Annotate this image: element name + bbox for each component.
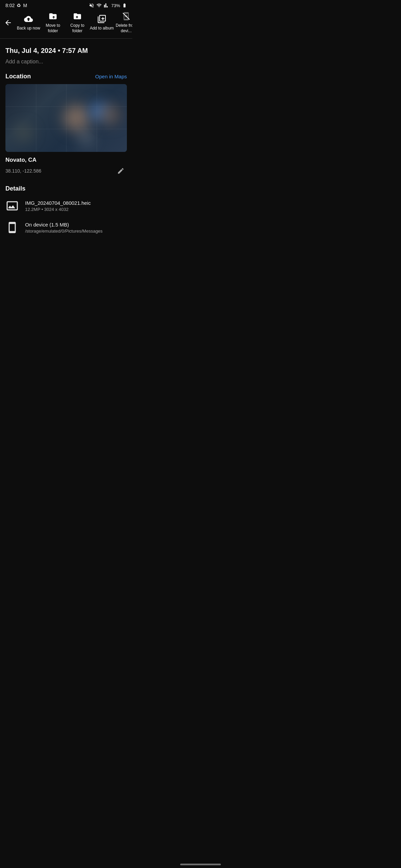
file-detail-info: IMG_20240704_080021.heic 12.2MP • 3024 x… [25, 200, 91, 212]
add-to-album-button[interactable]: Add to album [90, 14, 114, 31]
map-feature-5 [79, 132, 93, 145]
file-specs: 12.2MP • 3024 x 4032 [25, 207, 91, 212]
backup-now-button[interactable]: Back up now [16, 14, 41, 31]
add-to-album-label: Add to album [90, 26, 114, 31]
open-in-maps-button[interactable]: Open in Maps [95, 74, 127, 79]
delete-device-icon [121, 12, 131, 21]
signal-bars-icon [104, 3, 109, 8]
location-header: Location Open in Maps [5, 73, 127, 80]
toolbar: Back up now Move to folder Copy to folde… [0, 9, 132, 37]
edit-location-button[interactable] [115, 165, 127, 177]
move-folder-icon [48, 12, 58, 21]
delete-device-button[interactable]: Delete from devi... [114, 12, 132, 34]
image-file-icon [5, 199, 19, 213]
back-button[interactable] [0, 16, 16, 29]
location-coords-row: 38.110, -122.586 [5, 165, 127, 177]
delete-device-label: Delete from devi... [114, 23, 132, 34]
wifi-icon: ♻ [17, 3, 21, 8]
details-section-title: Details [5, 185, 127, 192]
status-time: 8:02 [5, 3, 15, 8]
backup-icon [24, 14, 33, 24]
location-coordinates: 38.110, -122.586 [5, 168, 41, 174]
map-background [5, 84, 127, 152]
map-feature-3 [100, 104, 120, 125]
mute-icon [89, 3, 94, 8]
move-to-folder-button[interactable]: Move to folder [41, 12, 65, 34]
battery-icon [122, 3, 127, 8]
status-right: 73% [89, 3, 127, 8]
copy-folder-icon [73, 12, 82, 21]
device-detail-info: On device (1.5 MB) /storage/emulated/0/P… [25, 222, 102, 234]
status-bar: 8:02 ♻ M 73% [0, 0, 132, 9]
battery-text: 73% [111, 3, 120, 8]
gmail-icon: M [23, 3, 27, 8]
location-section-title: Location [5, 73, 31, 80]
map-grid-line [36, 84, 36, 152]
wifi-signal-icon [96, 3, 102, 8]
move-to-folder-label: Move to folder [41, 23, 65, 34]
location-map[interactable] [5, 84, 127, 152]
status-left: 8:02 ♻ M [5, 3, 27, 8]
map-feature-1 [63, 104, 90, 132]
map-feature-4 [16, 125, 33, 142]
file-detail-item: IMG_20240704_080021.heic 12.2MP • 3024 x… [5, 199, 127, 213]
toolbar-actions: Back up now Move to folder Copy to folde… [16, 12, 132, 34]
photo-datetime: Thu, Jul 4, 2024 • 7:57 AM [5, 47, 127, 55]
backup-now-label: Back up now [17, 26, 40, 31]
file-name: IMG_20240704_080021.heic [25, 200, 91, 206]
device-storage-label: On device (1.5 MB) [25, 222, 102, 228]
copy-to-folder-button[interactable]: Copy to folder [65, 12, 90, 34]
add-album-icon [97, 14, 107, 24]
device-detail-item: On device (1.5 MB) /storage/emulated/0/P… [5, 221, 127, 234]
location-name: Novato, CA [5, 157, 127, 163]
caption-field[interactable]: Add a caption... [5, 59, 127, 65]
toolbar-divider [0, 38, 132, 39]
device-icon [5, 221, 19, 234]
device-storage-path: /storage/emulated/0/Pictures/Messages [25, 229, 102, 234]
copy-to-folder-label: Copy to folder [65, 23, 90, 34]
main-content: Thu, Jul 4, 2024 • 7:57 AM Add a caption… [0, 40, 132, 249]
